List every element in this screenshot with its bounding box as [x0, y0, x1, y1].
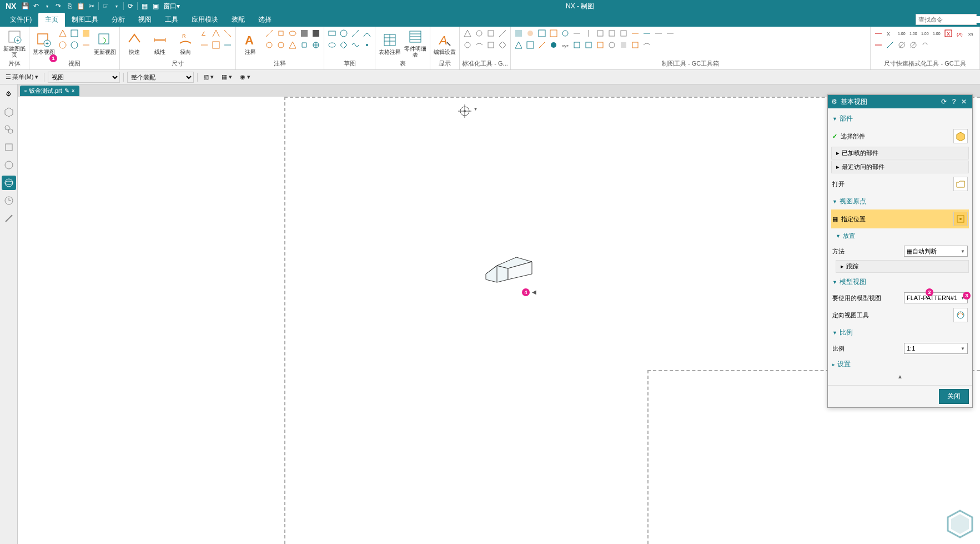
- gc-b7[interactable]: [583, 39, 594, 51]
- clock-icon[interactable]: [2, 193, 16, 208]
- sketch-polygon[interactable]: [338, 39, 349, 51]
- new-sheet-button[interactable]: + 新建图纸页: [2, 28, 27, 59]
- menu-analysis[interactable]: 分析: [105, 13, 132, 27]
- note-button[interactable]: A 注释: [238, 28, 263, 59]
- fmt-6[interactable]: 1.00: [931, 28, 942, 39]
- menu-view[interactable]: 视图: [132, 13, 158, 27]
- ann-btn-8[interactable]: [287, 39, 298, 51]
- select-part-row[interactable]: ✓ 选择部件: [831, 127, 969, 146]
- window-menu[interactable]: 窗口▾: [161, 1, 182, 12]
- sketch-point[interactable]: [361, 39, 373, 51]
- sketch-rect[interactable]: [326, 28, 338, 39]
- gc-11[interactable]: [630, 28, 641, 39]
- gc-5[interactable]: [560, 28, 571, 39]
- refresh-icon[interactable]: ⟳: [939, 97, 949, 107]
- scale-combo[interactable]: 1:1 ▼: [904, 343, 968, 354]
- view-btn-6[interactable]: [81, 39, 92, 51]
- globe-icon[interactable]: [2, 176, 16, 190]
- menu-home[interactable]: 主页: [38, 13, 65, 27]
- gc-1[interactable]: [513, 28, 524, 39]
- undo-icon[interactable]: ↶: [31, 1, 42, 12]
- gc-b4[interactable]: [548, 39, 559, 51]
- std-4[interactable]: [497, 28, 508, 39]
- gc-13[interactable]: [653, 28, 664, 39]
- method-combo[interactable]: ▦ 自动判断 ▼: [904, 246, 968, 257]
- paste-icon[interactable]: 📋: [75, 1, 86, 12]
- help-icon[interactable]: ?: [949, 97, 959, 107]
- section-scale[interactable]: ▼比例: [831, 325, 969, 341]
- section-model-view[interactable]: ▼模型视图: [831, 274, 969, 290]
- gc-b11[interactable]: [630, 39, 641, 51]
- view-btn-2[interactable]: [69, 28, 80, 39]
- dim-btn-4[interactable]: [199, 39, 210, 51]
- sketch-ellipse[interactable]: [326, 39, 338, 51]
- dim-btn-2[interactable]: [210, 28, 222, 39]
- gc-8[interactable]: [595, 28, 606, 39]
- menu-button[interactable]: ☰ 菜单(M) ▾: [3, 72, 41, 82]
- specify-location-row[interactable]: ▦ 指定位置: [831, 209, 969, 228]
- gc-7[interactable]: [583, 28, 594, 39]
- std-1[interactable]: [462, 28, 473, 39]
- search-input[interactable]: [916, 16, 980, 23]
- box-icon[interactable]: [2, 140, 16, 154]
- cursor-dropdown-icon[interactable]: ▾: [474, 106, 477, 112]
- menu-select[interactable]: 选择: [252, 13, 278, 27]
- sketch-spline[interactable]: [350, 39, 361, 51]
- sketch-circle[interactable]: [338, 28, 349, 39]
- menu-drafting-tools[interactable]: 制图工具: [65, 13, 105, 27]
- cut-icon[interactable]: ✂: [86, 1, 97, 12]
- fmt-2[interactable]: X: [884, 28, 896, 39]
- touch-icon[interactable]: ☞: [100, 1, 111, 12]
- fmt-b3[interactable]: [896, 39, 907, 51]
- document-tab[interactable]: ▫ 钣金测试.prt ✎ ×: [20, 86, 79, 96]
- std-5[interactable]: [462, 39, 473, 51]
- gc-b1[interactable]: [513, 39, 524, 51]
- model-combo[interactable]: FLAT-PATTERN#1 ▼: [904, 292, 968, 303]
- specify-location-button[interactable]: [953, 212, 968, 226]
- ann-btn-5[interactable]: [310, 28, 321, 39]
- recent-parts-row[interactable]: ▸最近访问的部件: [831, 161, 969, 173]
- std-8[interactable]: [497, 39, 508, 51]
- std-3[interactable]: [485, 28, 496, 39]
- gc-b9[interactable]: [606, 39, 617, 51]
- section-settings[interactable]: ▸设置: [831, 356, 969, 372]
- filter-select-1[interactable]: 视图: [48, 72, 120, 83]
- gc-6[interactable]: [571, 28, 582, 39]
- gc-b2[interactable]: [525, 39, 536, 51]
- std-7[interactable]: [485, 39, 496, 51]
- tb2-btn1[interactable]: ▧ ▾: [201, 72, 216, 82]
- gc-9[interactable]: [606, 28, 617, 39]
- dim-btn-5[interactable]: [210, 39, 222, 51]
- gc-2[interactable]: [525, 28, 536, 39]
- view-btn-3[interactable]: [81, 28, 92, 39]
- filter-select-2[interactable]: 整个装配: [127, 72, 194, 83]
- save-icon[interactable]: 💾: [19, 1, 31, 12]
- dialog-header[interactable]: ⚙ 基本视图 ⟳ ? ✕: [828, 95, 972, 108]
- gc-12[interactable]: [641, 28, 652, 39]
- fmt-5[interactable]: 1.00: [919, 28, 931, 39]
- rapid-dim-button[interactable]: 快速: [122, 28, 147, 59]
- fmt-1[interactable]: [873, 28, 884, 39]
- gc-b8[interactable]: [595, 39, 606, 51]
- loaded-parts-row[interactable]: ▸已加载的部件: [831, 147, 969, 159]
- view-btn-1[interactable]: [57, 28, 68, 39]
- view-btn-5[interactable]: [69, 39, 80, 51]
- edit-settings-button[interactable]: A 编辑设置: [433, 28, 457, 59]
- gc-b6[interactable]: [571, 39, 582, 51]
- gc-3[interactable]: [536, 28, 547, 39]
- fmt-3[interactable]: 1.00: [896, 28, 907, 39]
- gc-b5[interactable]: xyz: [560, 39, 571, 51]
- fmt-9[interactable]: xh: [966, 28, 977, 39]
- std-6[interactable]: [474, 39, 485, 51]
- ann-btn-2[interactable]: [275, 28, 287, 39]
- dim-btn-3[interactable]: [222, 28, 233, 39]
- view-btn-4[interactable]: [57, 39, 68, 51]
- gc-b3[interactable]: [536, 39, 547, 51]
- close-button[interactable]: 关闭: [939, 389, 969, 404]
- tool-icon[interactable]: [2, 211, 16, 226]
- section-placement[interactable]: ▼放置: [831, 228, 969, 243]
- close-icon[interactable]: ✕: [959, 97, 969, 107]
- linear-dim-button[interactable]: 线性: [148, 28, 172, 59]
- fmt-b2[interactable]: [884, 39, 896, 51]
- gc-14[interactable]: [665, 28, 676, 39]
